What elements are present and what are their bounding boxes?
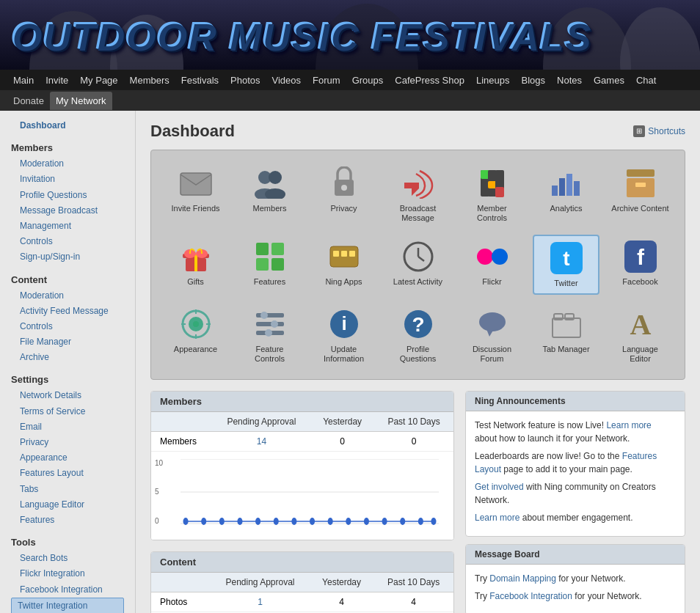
nav-groups[interactable]: Groups xyxy=(346,71,390,89)
sidebar-dashboard[interactable]: Dashboard xyxy=(11,118,124,133)
icon-appearance[interactable]: Appearance xyxy=(162,302,229,368)
icon-label-facebook: Facebook xyxy=(622,277,657,287)
nav-main[interactable]: Main xyxy=(7,71,40,89)
icon-facebook[interactable]: f Facebook xyxy=(607,235,674,294)
sidebar-item-signup-signin[interactable]: Sign-up/Sign-in xyxy=(11,249,124,265)
icon-update-information[interactable]: i UpdateInformation xyxy=(310,302,377,368)
svg-point-6 xyxy=(341,185,347,191)
icon-archive-content[interactable]: Archive Content xyxy=(607,161,674,227)
ning-announcements-header: Ning Announcements xyxy=(466,392,685,411)
content-panel-header: Content xyxy=(151,552,453,573)
nav-cafepress[interactable]: CafePress Shop xyxy=(389,71,470,89)
sidebar-item-email[interactable]: Email xyxy=(11,419,124,435)
content-col-pending: Pending Approval xyxy=(211,573,309,592)
svg-point-38 xyxy=(492,249,508,265)
sidebar-item-features[interactable]: Features xyxy=(11,513,124,528)
members-panel: Members Pending Approval Yesterday Past … xyxy=(150,391,454,540)
nav-blogs[interactable]: Blogs xyxy=(515,71,551,89)
nav-invite[interactable]: Invite xyxy=(40,71,74,89)
sidebar-section-tools-title: Tools xyxy=(11,537,124,548)
facebook-integration-link[interactable]: Facebook Integration xyxy=(489,591,572,601)
left-panels: Members Pending Approval Yesterday Past … xyxy=(150,391,454,613)
icon-members[interactable]: Members xyxy=(236,161,303,227)
sidebar-item-archive[interactable]: Archive xyxy=(11,350,124,365)
icon-tab-manager[interactable]: Tab Manager xyxy=(533,302,599,368)
icon-language-editor[interactable]: A Language Editor xyxy=(607,302,674,368)
shortcuts-link[interactable]: ⊞ Shortcuts xyxy=(633,125,685,137)
sidebar-item-twitter-integration[interactable]: Twitter Integration xyxy=(11,598,124,613)
nav-videos[interactable]: Videos xyxy=(266,71,307,89)
svg-marker-7 xyxy=(404,183,419,196)
icon-feature-controls[interactable]: Feature Controls xyxy=(236,302,303,368)
icon-discussion-forum[interactable]: Discussion Forum xyxy=(459,302,525,368)
svg-marker-61 xyxy=(486,329,494,337)
sidebar-item-moderation-members[interactable]: Moderation xyxy=(11,156,124,172)
icon-twitter[interactable]: t Twitter xyxy=(533,235,599,294)
sidebar-item-activity-feed-message[interactable]: Activity Feed Message xyxy=(11,304,124,319)
sidebar-item-privacy-settings[interactable]: Privacy xyxy=(11,435,124,450)
icon-label-discussion-forum: Discussion Forum xyxy=(463,345,521,364)
sidebar-item-message-broadcast[interactable]: Message Broadcast xyxy=(11,203,124,219)
nav-notes[interactable]: Notes xyxy=(551,71,588,89)
sidebar-item-appearance[interactable]: Appearance xyxy=(11,450,124,466)
icon-latest-activity[interactable]: Latest Activity xyxy=(384,235,451,294)
icon-label-invite-friends: Invite Friends xyxy=(171,204,219,213)
icon-analytics[interactable]: Analytics xyxy=(533,161,599,227)
features-layout-link[interactable]: Features Layout xyxy=(475,451,657,474)
nav-chat[interactable]: Chat xyxy=(630,71,662,89)
svg-rect-27 xyxy=(271,243,284,255)
sidebar-item-terms-of-service[interactable]: Terms of Service xyxy=(11,404,124,419)
icon-invite-friends[interactable]: Invite Friends xyxy=(162,161,229,227)
site-title: OUTDOOR MUSIC FESTIVALS xyxy=(11,14,591,58)
icon-label-members: Members xyxy=(253,204,287,213)
nav-donate[interactable]: Donate xyxy=(7,92,50,110)
nav-mypage[interactable]: My Page xyxy=(74,71,123,89)
icon-broadcast-message[interactable]: BroadcastMessage xyxy=(384,161,451,227)
icon-profile-questions[interactable]: ? Profile Questions xyxy=(384,302,451,368)
icon-label-ning-apps: Ning Apps xyxy=(325,277,362,287)
svg-rect-50 xyxy=(256,313,284,317)
icon-privacy[interactable]: Privacy xyxy=(310,161,377,227)
nav-lineups[interactable]: Lineups xyxy=(470,71,516,89)
sidebar-item-facebook-integration[interactable]: Facebook Integration xyxy=(11,582,124,598)
sidebar-item-file-manager[interactable]: File Manager xyxy=(11,334,124,350)
icon-flickr[interactable]: Flickr xyxy=(459,235,525,294)
sidebar-item-controls-content[interactable]: Controls xyxy=(11,319,124,334)
svg-point-45 xyxy=(193,321,199,327)
icon-member-controls[interactable]: Member Controls xyxy=(459,161,525,227)
svg-rect-18 xyxy=(627,169,655,177)
sidebar-item-network-details[interactable]: Network Details xyxy=(11,388,124,403)
sidebar-item-management[interactable]: Management xyxy=(11,219,124,234)
sidebar-item-flickr-integration[interactable]: Flickr Integration xyxy=(11,566,124,581)
row-yesterday-members: 0 xyxy=(310,431,374,451)
nav-members[interactable]: Members xyxy=(124,71,175,89)
page-title: Dashboard xyxy=(150,122,235,141)
svg-rect-15 xyxy=(559,178,565,196)
sidebar-item-language-editor[interactable]: Language Editor xyxy=(11,497,124,513)
nav-forum[interactable]: Forum xyxy=(307,71,346,89)
learn-more-link-2[interactable]: Learn more xyxy=(475,513,519,523)
sidebar-item-features-layout[interactable]: Features Layout xyxy=(11,466,124,481)
nav-photos[interactable]: Photos xyxy=(225,71,266,89)
icon-gifts[interactable]: Gifts xyxy=(162,235,229,294)
nav-festivals[interactable]: Festivals xyxy=(175,71,225,89)
icon-label-appearance: Appearance xyxy=(174,345,217,354)
icon-features[interactable]: Features xyxy=(236,235,303,294)
icon-ning-apps[interactable]: Ning Apps xyxy=(310,235,377,294)
sidebar-item-search-bots[interactable]: Search Bots xyxy=(11,551,124,566)
sidebar-item-tabs[interactable]: Tabs xyxy=(11,482,124,497)
sidebar-item-invitation[interactable]: Invitation xyxy=(11,172,124,187)
sidebar-item-moderation-content[interactable]: Moderation xyxy=(11,288,124,304)
get-involved-link[interactable]: Get involved xyxy=(475,482,524,492)
icon-label-broadcast: BroadcastMessage xyxy=(400,204,437,223)
main-nav: Main Invite My Page Members Festivals Ph… xyxy=(0,70,700,90)
row-pending-photos: 1 xyxy=(211,592,309,612)
icon-label-profile-questions: Profile Questions xyxy=(389,345,447,364)
domain-mapping-link[interactable]: Domain Mapping xyxy=(489,573,556,584)
sidebar-item-controls-members[interactable]: Controls xyxy=(11,234,124,249)
sidebar-item-profile-questions[interactable]: Profile Questions xyxy=(11,188,124,203)
nav-mynetwork[interactable]: My Network xyxy=(50,92,112,110)
nav-games[interactable]: Games xyxy=(588,71,630,89)
content-table: Pending Approval Yesterday Past 10 Days … xyxy=(151,573,453,613)
learn-more-link-1[interactable]: Learn more xyxy=(606,420,651,430)
